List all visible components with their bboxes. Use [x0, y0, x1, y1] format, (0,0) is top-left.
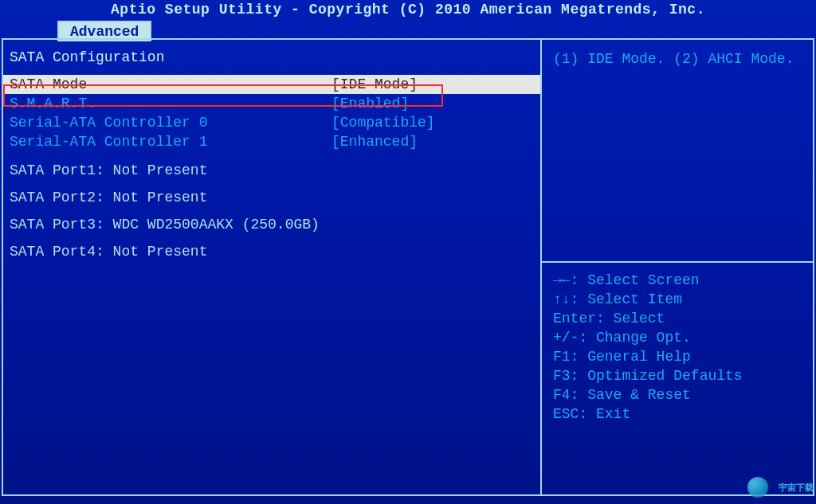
hotkey-f4: F4: Save & Reset	[553, 385, 802, 404]
hotkeys-pane: →←: Select Screen ↑↓: Select Item Enter:…	[542, 263, 813, 494]
hotkey-enter: Enter: Select	[553, 309, 802, 328]
section-title: SATA Configuration	[3, 49, 540, 75]
help-pane: (1) IDE Mode. (2) AHCI Mode.	[542, 40, 813, 261]
bios-screen: Aptio Setup Utility - Copyright (C) 2010…	[0, 0, 816, 504]
row-label: S.M.A.R.T.	[3, 96, 332, 111]
row-value: [Enabled]	[332, 96, 409, 111]
arrow-up-down-icon: ↑↓:	[553, 291, 587, 307]
hotkey-f1: F1: General Help	[553, 347, 802, 366]
sata-port-1: SATA Port1: Not Present	[3, 151, 540, 178]
sata-port-3: SATA Port3: WDC WD2500AAKX (250.0GB)	[3, 205, 540, 232]
row-label: Serial-ATA Controller 0	[3, 115, 332, 131]
sata-port-4: SATA Port4: Not Present	[3, 232, 540, 260]
row-sata-mode[interactable]: SATA Mode [IDE Mode]	[3, 75, 540, 94]
row-value: [IDE Mode]	[332, 76, 418, 92]
hotkey-change-opt: +/-: Change Opt.	[553, 328, 802, 347]
hotkey-select-screen: →←: Select Screen	[553, 271, 802, 290]
row-sata-ctrl-0[interactable]: Serial-ATA Controller 0 [Compatible]	[3, 113, 540, 132]
hotkey-select-item: ↑↓: Select Item	[553, 290, 802, 309]
row-label: SATA Mode	[3, 76, 332, 92]
row-smart[interactable]: S.M.A.R.T. [Enabled]	[3, 94, 540, 113]
row-label: Serial-ATA Controller 1	[3, 134, 332, 150]
sata-port-2: SATA Port2: Not Present	[3, 178, 540, 205]
row-sata-ctrl-1[interactable]: Serial-ATA Controller 1 [Enhanced]	[3, 132, 540, 151]
main-pane: SATA Configuration SATA Mode [IDE Mode] …	[3, 40, 540, 494]
row-value: [Compatible]	[332, 115, 435, 131]
arrow-left-right-icon: →←:	[553, 272, 587, 288]
title-bar: Aptio Setup Utility - Copyright (C) 2010…	[0, 0, 816, 21]
hotkey-f3: F3: Optimized Defaults	[553, 366, 802, 385]
content-frame: SATA Configuration SATA Mode [IDE Mode] …	[2, 38, 814, 496]
row-value: [Enhanced]	[332, 134, 418, 150]
help-text: (1) IDE Mode. (2) AHCI Mode.	[553, 51, 794, 67]
hotkey-esc: ESC: Exit	[553, 404, 802, 424]
